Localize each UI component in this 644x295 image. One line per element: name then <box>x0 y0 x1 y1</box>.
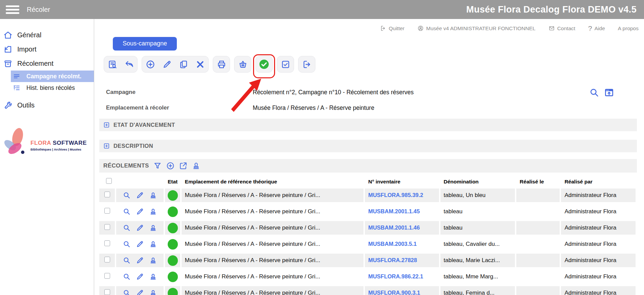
list-search-button[interactable] <box>104 56 121 72</box>
sidebar-item-recolement[interactable]: Récolement <box>0 56 94 71</box>
inventory-link[interactable]: MUSFLORA.900.3.1 <box>368 290 420 295</box>
row-emplacement: Musée Flora / Réserves / A - Réserve pei… <box>185 241 320 247</box>
expand-plus-icon[interactable] <box>103 143 110 149</box>
stamp-icon[interactable] <box>149 224 157 232</box>
edit-pencil-icon[interactable] <box>136 240 144 248</box>
row-denomination: tableau, Mme Marg... <box>444 273 498 280</box>
inventory-link[interactable]: MUSFLORA.985.39.2 <box>368 192 423 198</box>
row-realise-par: Administrateur Flora <box>564 192 616 198</box>
edit-pencil-icon[interactable] <box>136 191 144 199</box>
view-search-icon[interactable] <box>123 208 131 216</box>
undo-button[interactable] <box>121 56 137 72</box>
open-window-icon[interactable] <box>604 87 614 98</box>
row-actions <box>116 189 164 202</box>
status-green-dot <box>168 239 178 250</box>
plus-circle-icon <box>146 60 155 69</box>
denomination-header: Dénomination <box>440 177 515 186</box>
add-circle-icon[interactable] <box>166 161 175 170</box>
sidebar-item-campagne-recolement[interactable]: Campagne récolmt. <box>11 71 94 82</box>
sidebar-item-hist-biens-recoles[interactable]: Hist. biens récolés <box>0 82 94 94</box>
inventory-link[interactable]: MUSFLORA.986.22.1 <box>368 273 423 279</box>
user-menu[interactable]: Musée v4 ADMINISTRATEUR FONCTIONNEL <box>417 25 536 32</box>
expand-plus-icon[interactable] <box>103 122 110 128</box>
validate-button[interactable] <box>256 56 272 72</box>
stamp-icon[interactable] <box>149 208 157 216</box>
sidebar-item-label: Hist. biens récolés <box>26 84 75 92</box>
row-checkbox[interactable] <box>104 257 110 262</box>
toolbar <box>104 56 644 73</box>
sidebar-item-outils[interactable]: Outils <box>0 97 94 113</box>
table-header-row: Etat Emplacement de référence théorique … <box>99 177 636 186</box>
inventory-link[interactable]: MUSBAM.2003.5.1 <box>368 241 417 247</box>
list-icon <box>13 73 20 80</box>
row-checkbox[interactable] <box>104 289 110 295</box>
row-checkbox[interactable] <box>104 208 110 214</box>
filter-icon[interactable] <box>153 161 162 170</box>
row-checkbox[interactable] <box>104 192 110 197</box>
row-denomination: tableau <box>444 224 463 231</box>
flora-software-logo: FLORA SOFTWARE Bibliothèques | Archives … <box>0 125 94 163</box>
copy-button[interactable] <box>175 56 192 72</box>
stamp-icon[interactable] <box>149 256 157 264</box>
stamp-icon[interactable] <box>149 191 157 199</box>
view-search-icon[interactable] <box>123 273 131 281</box>
brand-flora: FLORA <box>30 140 51 146</box>
inventory-link[interactable]: MUSBAM.2001.1.46 <box>368 224 420 231</box>
view-search-icon[interactable] <box>123 224 131 232</box>
row-actions <box>116 237 164 251</box>
sous-campagne-tab[interactable]: Sous-campagne <box>113 37 177 51</box>
inventory-link[interactable]: MUSBAM.2001.1.45 <box>368 208 420 214</box>
open-external-icon[interactable] <box>179 161 188 170</box>
export-button[interactable] <box>298 56 315 72</box>
view-search-icon[interactable] <box>123 240 131 248</box>
edit-pencil-icon[interactable] <box>136 256 144 264</box>
row-checkbox[interactable] <box>104 240 110 246</box>
campaign-fields: Campagne Récolement n°2, Campagne n°10 -… <box>95 87 644 113</box>
table-row: Musée Flora / Réserves / A - Réserve pei… <box>99 189 636 202</box>
inventory-link[interactable]: MUSFLORA.27828 <box>368 257 417 263</box>
edit-pencil-icon[interactable] <box>136 289 144 295</box>
app-title: Musée Flora Decalog Flora DEMO v4.5 <box>466 4 637 15</box>
quitter-label: Quitter <box>389 25 404 32</box>
sidebar-item-general[interactable]: Général <box>0 28 94 42</box>
row-checkbox[interactable] <box>104 273 110 279</box>
sidebar-item-label: Outils <box>17 101 35 109</box>
print-button[interactable] <box>213 56 230 72</box>
edit-pencil-icon[interactable] <box>136 208 144 216</box>
view-search-icon[interactable] <box>123 289 131 295</box>
hamburger-menu-icon[interactable] <box>6 4 19 16</box>
stamp-icon[interactable] <box>192 161 201 170</box>
status-green-dot <box>168 206 178 217</box>
toolbar-group-print <box>213 56 230 73</box>
view-search-icon[interactable] <box>123 256 131 264</box>
row-checkbox[interactable] <box>104 224 110 230</box>
edit-button[interactable] <box>159 56 175 72</box>
quitter-link[interactable]: Quitter <box>380 25 404 32</box>
view-search-icon[interactable] <box>123 191 131 199</box>
row-denomination: tableau, Marie Laczi... <box>444 257 500 263</box>
section-etat-avancement[interactable]: ETAT D'AVANCEMENT <box>99 119 637 131</box>
sidebar-item-import[interactable]: Import <box>0 42 94 56</box>
section-title: ETAT D'AVANCEMENT <box>113 122 175 128</box>
aide-link[interactable]: ? Aide <box>588 25 605 32</box>
basket-button[interactable] <box>234 56 251 72</box>
select-all-checkbox[interactable] <box>106 178 112 184</box>
add-button[interactable] <box>142 56 159 72</box>
row-actions <box>116 221 164 235</box>
stamp-icon[interactable] <box>149 273 157 281</box>
edit-pencil-icon[interactable] <box>136 273 144 281</box>
contact-link[interactable]: Contact <box>548 25 575 32</box>
edit-pencil-icon[interactable] <box>136 224 144 232</box>
a-propos-link[interactable]: A propos <box>618 25 639 32</box>
delete-button[interactable] <box>192 56 208 72</box>
toolbar-group-export <box>298 56 315 73</box>
row-actions <box>116 270 164 283</box>
row-actions <box>116 286 164 295</box>
search-icon[interactable] <box>589 87 599 98</box>
section-description[interactable]: DESCRIPTION <box>99 140 637 152</box>
sidebar-item-label: Général <box>17 31 41 39</box>
multi-select-button[interactable] <box>277 56 294 72</box>
status-green-dot <box>168 288 178 295</box>
stamp-icon[interactable] <box>149 289 157 295</box>
stamp-icon[interactable] <box>149 240 157 248</box>
